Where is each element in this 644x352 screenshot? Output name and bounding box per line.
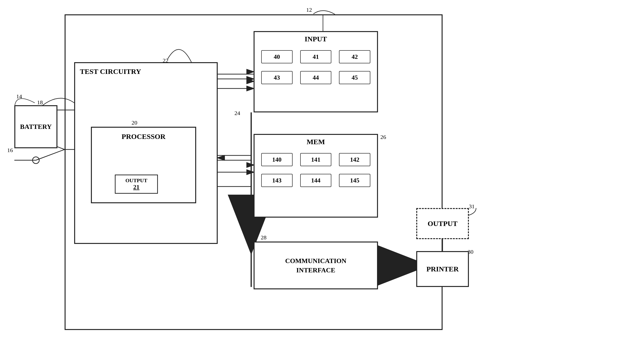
system-ref-label: 12 <box>306 7 312 13</box>
battery-ref-label: 14 <box>16 93 22 100</box>
output-sub-label: OUTPUT <box>125 177 147 184</box>
diagram-container: 12 BATTERY 14 16 18 TEST CIRCUITRY 22 PR… <box>0 0 644 352</box>
battery-conn-ref-label: 18 <box>37 99 43 106</box>
test-circuitry-label: TEST CIRCUITRY <box>75 63 217 80</box>
comm-interface-block: COMMUNICATIONINTERFACE <box>254 242 378 289</box>
mem-box-142: 142 <box>339 153 370 166</box>
input-ref-label: 24 <box>234 110 240 116</box>
test-circ-ref-label: 22 <box>163 57 168 64</box>
mem-boxes-grid: 140 141 142 143 144 145 <box>254 148 377 192</box>
mem-box-145: 145 <box>339 174 370 187</box>
input-box-45: 45 <box>339 71 370 84</box>
output-sub-ref: 21 <box>133 184 140 191</box>
comm-ref-label: 28 <box>261 234 266 241</box>
mem-box-141: 141 <box>300 153 332 166</box>
mem-box-143: 143 <box>261 174 292 187</box>
input-box-44: 44 <box>300 71 332 84</box>
output-ref-label: 31 <box>469 203 475 210</box>
input-boxes-grid: 40 41 42 43 44 45 <box>254 45 377 89</box>
input-label: INPUT <box>254 32 377 43</box>
output-sub-block: OUTPUT 21 <box>115 175 158 194</box>
processor-ref-label: 20 <box>132 120 137 126</box>
input-box-40: 40 <box>261 50 292 63</box>
input-block: INPUT 40 41 42 43 44 45 <box>254 31 378 112</box>
output-label: OUTPUT <box>428 220 458 228</box>
mem-ref-label: 26 <box>380 134 386 140</box>
output-dashed-block: OUTPUT <box>416 208 469 239</box>
svg-line-6 <box>36 149 64 160</box>
input-box-41: 41 <box>300 50 332 63</box>
mem-block: MEM 140 141 142 143 144 145 <box>254 134 378 218</box>
battery-label: BATTERY <box>20 123 52 131</box>
printer-block: PRINTER <box>416 251 469 287</box>
battery-block: BATTERY <box>14 105 58 148</box>
comm-label: COMMUNICATIONINTERFACE <box>285 256 346 275</box>
mem-label: MEM <box>254 135 377 146</box>
input-box-43: 43 <box>261 71 292 84</box>
printer-ref-label: 30 <box>468 249 474 255</box>
mem-box-140: 140 <box>261 153 292 166</box>
mem-box-144: 144 <box>300 174 332 187</box>
processor-label: PROCESSOR <box>122 132 165 141</box>
printer-label: PRINTER <box>426 265 458 273</box>
battery-node-ref-label: 16 <box>7 147 13 154</box>
input-box-42: 42 <box>339 50 370 63</box>
